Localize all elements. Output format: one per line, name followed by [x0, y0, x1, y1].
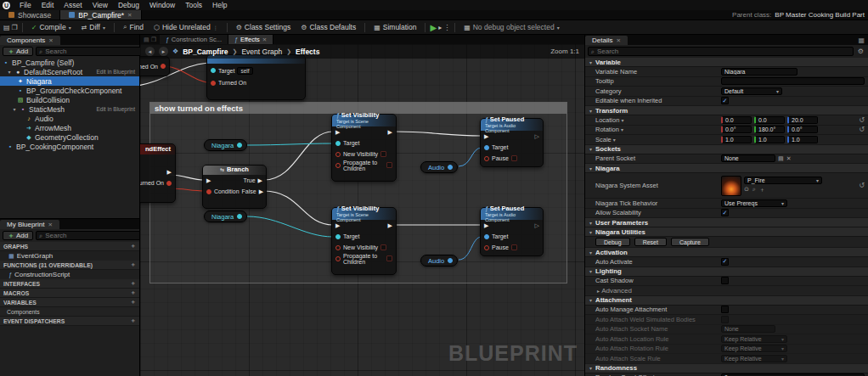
exec-input-pin[interactable]: ▶ [335, 222, 340, 228]
section-randomness[interactable]: ▾ Randomness [585, 364, 868, 373]
tab-bp-campfire[interactable]: BP_Campfire* ✕ [60, 10, 141, 20]
caret-down-icon[interactable]: ▾ [7, 69, 12, 75]
exec-input-pin[interactable]: ▶ [206, 177, 211, 183]
function-node-header[interactable]: ƒ Set Visibility Target is Scene Compone… [332, 115, 396, 126]
section-lighting[interactable]: ▾ Lighting [585, 267, 868, 277]
section-event-dispatchers[interactable]: EVENT DISPATCHERS ＋ [0, 317, 139, 326]
browse-icon[interactable]: ❐ [12, 24, 18, 31]
node-set-paused-1[interactable]: ƒ Set Paused Target is Audio Component ▶… [480, 118, 544, 167]
function-node-header[interactable]: ƒ Set Visibility Target is Scene Compone… [332, 208, 396, 220]
play-button[interactable]: ▶ [430, 23, 437, 32]
section-interfaces[interactable]: INTERFACES ＋ [0, 279, 139, 289]
my-blueprint-search-input[interactable] [45, 232, 138, 239]
details-search[interactable]: ⌕ [588, 47, 854, 56]
add-graph-icon[interactable]: ＋ [130, 242, 136, 250]
exec-input-pin[interactable]: ▶ [484, 222, 488, 228]
exec-output-pin[interactable]: ▶ [388, 129, 392, 135]
location-y-input[interactable]: 0.0 [754, 116, 785, 124]
dock-icon[interactable]: ▤ [144, 36, 149, 43]
dock-icon[interactable]: ❐ [151, 36, 156, 43]
target-input-pin[interactable] [211, 68, 216, 73]
exec-output-pin[interactable]: ▶ [167, 169, 172, 175]
socket-browse-icon[interactable]: ▤ [778, 155, 784, 162]
location-rule-dropdown[interactable]: Keep Relative ▾ [721, 335, 787, 343]
node-get-niagara-1[interactable]: Niagara [204, 139, 247, 151]
tree-item-groundcheck[interactable]: ▪ BP_GroundCheckComponent [0, 86, 139, 95]
item-eventgraph[interactable]: ▦ EventGraph [0, 251, 139, 261]
breadcrumb-blueprint[interactable]: BP_Campfire [183, 48, 228, 56]
section-niagara[interactable]: ▾ Niagara [585, 164, 868, 173]
bool-input-pin[interactable] [484, 156, 489, 161]
more-icon[interactable]: ⋮ [443, 24, 450, 31]
node-turned-on-event[interactable]: ndEffect ▶ Turned On [140, 143, 176, 203]
node-branch[interactable]: ⇆ Branch ▶ True ▶ Condition [202, 165, 267, 209]
tab-effects-graph[interactable]: ƒ Effects ✕ [228, 35, 273, 44]
target-input-pin[interactable] [335, 234, 341, 239]
scale-z-input[interactable]: 1.0 [787, 136, 818, 143]
location-z-input[interactable]: 20.0 [787, 116, 818, 124]
menu-tools[interactable]: Tools [180, 1, 207, 9]
components-search-input[interactable] [45, 48, 138, 55]
menu-asset[interactable]: Asset [59, 1, 87, 9]
target-self-chip[interactable]: self [237, 67, 252, 75]
add-macro-icon[interactable]: ＋ [130, 289, 136, 297]
event-node-header[interactable]: ndEffect [140, 144, 175, 154]
section-functions[interactable]: FUNCTIONS (31 OVERRIDABLE) ＋ [0, 261, 139, 270]
tab-construction-script-graph[interactable]: ƒ Construction Sc... [160, 35, 228, 44]
diff-button[interactable]: ⇄ Diff ▾ [77, 22, 110, 32]
location-x-input[interactable]: 0.0 [721, 116, 752, 124]
node-get-audio-2[interactable]: Audio [420, 255, 458, 267]
debug-object-dropdown[interactable]: ▦ No debug object selected ▾ [459, 22, 564, 32]
close-icon[interactable]: ✕ [616, 37, 620, 44]
reset-button[interactable]: Reset [634, 238, 667, 246]
close-icon[interactable]: ✕ [127, 12, 132, 19]
simulation-button[interactable]: ▦ Simulation [369, 22, 420, 32]
bool-input-pin[interactable] [335, 245, 341, 250]
exec-output-pin[interactable]: ▶ [388, 222, 392, 228]
niagara-output-pin[interactable] [237, 143, 242, 148]
weld-checkbox[interactable] [721, 316, 729, 323]
capture-button[interactable]: Capture [671, 238, 709, 246]
bool-default-checkbox[interactable] [511, 244, 517, 250]
socket-name-value[interactable]: None [721, 325, 775, 333]
node-toggle-effect-call[interactable]: Target self Turned On [206, 54, 306, 100]
rotation-label[interactable]: Rotation ▾ [595, 126, 721, 133]
bool-input-pin[interactable] [484, 245, 489, 250]
bool-output-pin[interactable] [166, 181, 172, 186]
tab-components[interactable]: Components ✕ [0, 36, 60, 45]
tooltip-input[interactable] [721, 77, 865, 85]
bool-input-pin[interactable] [335, 256, 341, 261]
section-attachment[interactable]: ▾ Attachment [585, 296, 868, 306]
frame-skip-button[interactable]: ▸ [438, 24, 442, 31]
bool-input-pin[interactable] [335, 163, 341, 168]
details-search-input[interactable] [597, 48, 850, 55]
graph-canvas[interactable]: ◄ ► ❖ BP_Campfire ❯ Event Graph ❯ Effect… [140, 44, 584, 376]
asset-picker-icon[interactable]: ＋ [759, 186, 765, 194]
scale-rule-dropdown[interactable]: Keep Relative ▾ [721, 355, 787, 362]
bool-input-pin[interactable] [335, 152, 341, 157]
node-get-audio-1[interactable]: Audio [420, 161, 458, 173]
tree-item-cookingcomponent[interactable]: ▪ BP_CookingComponent [0, 142, 139, 151]
bool-input-pin[interactable] [211, 81, 216, 86]
rotation-rule-dropdown[interactable]: Keep Relative ▾ [721, 345, 787, 352]
tick-behavior-dropdown[interactable]: Use Prereqs ▾ [721, 199, 787, 207]
exec-output-pin[interactable]: ▷ [535, 222, 539, 228]
audio-output-pin[interactable] [448, 165, 453, 170]
exec-output-pin-true[interactable]: ▶ [258, 177, 262, 183]
row-advanced-expander[interactable]: ▸ Advanced [585, 286, 868, 296]
more-icon[interactable]: ⋮ [213, 25, 218, 31]
section-user-parameters[interactable]: ▾ User Parameters [585, 218, 868, 227]
find-button[interactable]: ⌕ Find [119, 22, 148, 32]
use-selected-icon[interactable]: ⊙ [744, 186, 749, 194]
my-blueprint-search[interactable]: ⌕ [36, 231, 139, 240]
target-input-pin[interactable] [335, 141, 341, 146]
gear-icon[interactable]: ⚙ [856, 48, 865, 55]
bool-output-pin[interactable] [161, 64, 166, 69]
node-set-paused-2[interactable]: ƒ Set Paused Target is Audio Component ▶… [480, 207, 544, 256]
asset-thumbnail[interactable] [721, 176, 741, 196]
tree-item-geometrycollection[interactable]: ◆ GeometryCollection [0, 132, 139, 142]
audio-output-pin[interactable] [448, 258, 453, 263]
section-transform[interactable]: ▾ Transform [585, 106, 868, 115]
nav-forward-button[interactable]: ► [159, 47, 168, 56]
scalability-checkbox[interactable]: ✓ [721, 209, 729, 216]
